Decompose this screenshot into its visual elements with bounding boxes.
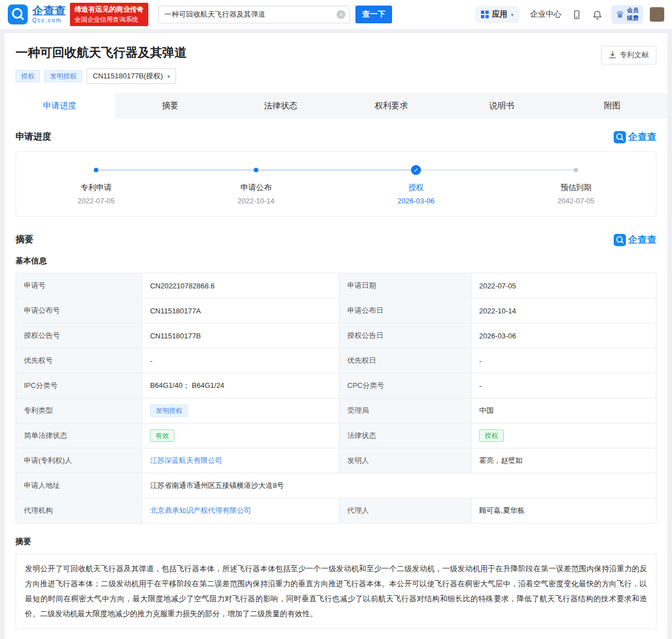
step-date: 2026-03-06 xyxy=(398,197,435,205)
cell-text: 2022-10-14 xyxy=(479,307,516,315)
step-date: 2022-10-14 xyxy=(238,197,275,205)
tab-abstract[interactable]: 摘要 xyxy=(115,93,225,118)
field-value: 江苏深蓝航天有限公司 xyxy=(142,448,339,473)
field-label: 代理机构 xyxy=(16,498,142,523)
patent-number-select[interactable]: CN115180177B(授权) ▾ xyxy=(87,68,176,84)
member-text: 会员 续费 xyxy=(627,7,639,22)
qcc-logo-icon xyxy=(614,234,626,246)
tab-legal-status[interactable]: 法律状态 xyxy=(225,93,336,118)
table-row: 简单法律状态有效法律状态授权 xyxy=(16,423,656,448)
timeline-step: 申请公布2022-10-14 xyxy=(176,165,336,205)
cell-text: 申请日期 xyxy=(347,281,376,289)
enterprise-center-link[interactable]: 企业中心 xyxy=(530,9,561,19)
table-row: 专利类型发明授权受理局中国 xyxy=(16,398,656,423)
chevron-down-icon: ▾ xyxy=(511,12,514,18)
entity-link[interactable]: 江苏深蓝航天有限公司 xyxy=(150,456,222,465)
cell-text: 优先权日 xyxy=(347,356,376,365)
basic-info-table: 申请号CN202210782868.6申请日期2022-07-05申请公布号CN… xyxy=(16,273,656,523)
table-row: 申请号CN202210782868.6申请日期2022-07-05 xyxy=(16,273,656,298)
table-row: IPC分类号B64G1/40； B64G1/24CPC分类号- xyxy=(16,373,656,398)
cell-text: CN202210782868.6 xyxy=(150,282,214,290)
field-label: 申请人地址 xyxy=(16,473,142,498)
tag-row: 授权 发明授权 CN115180177B(授权) ▾ xyxy=(16,68,656,84)
tab-drawings[interactable]: 附图 xyxy=(557,93,668,118)
top-header: 企查查 Qcc.com 缔造有远见的商业传奇 全国企业信用查询系统 × 查一下 … xyxy=(0,0,672,29)
field-label: 申请(专利权)人 xyxy=(16,448,142,473)
field-label: IPC分类号 xyxy=(16,373,142,398)
cell-text: 申请公布日 xyxy=(347,306,383,314)
brand-text: 企查查 Qcc.com xyxy=(32,5,66,24)
slogan-line1: 缔造有远见的商业传奇 xyxy=(74,5,144,15)
qcc-watermark-text: 企查查 xyxy=(628,233,656,246)
cell-text: IPC分类号 xyxy=(24,381,58,390)
user-avatar[interactable] xyxy=(650,7,664,22)
table-row: 申请人地址江苏省南通市通州区五接镇横港沙大道8号 xyxy=(16,473,656,498)
mobile-app-icon[interactable] xyxy=(571,9,582,20)
step-date: 2022-07-05 xyxy=(78,197,115,205)
cell-text: - xyxy=(150,357,152,365)
search-clear-icon[interactable]: × xyxy=(337,10,345,19)
field-value: 2022-10-14 xyxy=(471,298,656,323)
search-button[interactable]: 查一下 xyxy=(355,6,392,23)
status-tag: 授权 xyxy=(479,430,504,442)
patent-doc-button[interactable]: 专利文献 xyxy=(601,46,656,64)
field-label: 优先权号 xyxy=(16,348,142,373)
qcc-watermark-text: 企查查 xyxy=(628,131,656,143)
basic-info-title: 基本信息 xyxy=(16,256,656,266)
page-title: 一种可回收航天飞行器及其弹道 xyxy=(16,44,656,61)
summary-section-head: 摘要 企查查 xyxy=(16,233,656,246)
qcc-watermark-logo: 企查查 xyxy=(614,131,656,143)
field-value: 北京鼎承知识产权代理有限公司 xyxy=(142,498,339,523)
tab-claims[interactable]: 权利要求 xyxy=(336,93,447,118)
cell-text: 申请(专利权)人 xyxy=(24,456,72,465)
field-label: 授权公告日 xyxy=(339,323,472,348)
cell-text: 中国 xyxy=(479,406,494,415)
field-value: 2026-03-06 xyxy=(471,323,656,348)
section-title-progress: 申请进度 xyxy=(16,131,51,143)
field-value: CN115180177B xyxy=(142,323,339,348)
search-input[interactable] xyxy=(158,6,350,23)
field-value: - xyxy=(471,348,656,373)
field-value: 2022-07-05 xyxy=(471,273,656,298)
qcc-watermark-logo: 企查查 xyxy=(614,233,656,246)
cell-text: 授权公告日 xyxy=(347,331,383,340)
cell-text: 申请公布号 xyxy=(24,306,60,314)
field-label: 授权公告号 xyxy=(16,323,142,348)
cell-text: CPC分类号 xyxy=(347,381,384,390)
field-value: 授权 xyxy=(471,423,656,448)
title-section: 一种可回收航天飞行器及其弹道 授权 发明授权 CN115180177B(授权) … xyxy=(4,33,668,84)
member-renew-button[interactable]: ♛ 会员 续费 xyxy=(611,5,643,23)
progress-section-head: 申请进度 企查查 xyxy=(16,131,656,143)
qcc-logo-icon xyxy=(8,4,28,24)
timeline-step: ✓授权2026-03-06 xyxy=(336,165,496,205)
member-line1: 会员 xyxy=(627,7,639,14)
field-value: CN202210782868.6 xyxy=(142,273,339,298)
timeline: 专利申请2022-07-05申请公布2022-10-14✓授权2026-03-0… xyxy=(16,165,656,205)
qcc-logo-icon xyxy=(614,131,626,143)
field-label: 发明人 xyxy=(339,448,472,473)
entity-link[interactable]: 北京鼎承知识产权代理有限公司 xyxy=(150,506,251,515)
tab-application-progress[interactable]: 申请进度 xyxy=(4,93,115,118)
tab-description[interactable]: 说明书 xyxy=(447,93,557,118)
field-label: 申请日期 xyxy=(339,273,472,298)
field-value: 发明授权 xyxy=(142,398,339,423)
cell-text: 简单法律状态 xyxy=(24,431,67,440)
apps-menu[interactable]: 应用 ▾ xyxy=(475,6,519,23)
cell-text: 2022-07-05 xyxy=(479,282,516,290)
timeline-step: 预估到期2042-07-05 xyxy=(496,165,656,205)
notifications-bell-icon[interactable] xyxy=(592,9,603,20)
cell-text: CN115180177A xyxy=(150,307,201,315)
cell-text: 2026-03-06 xyxy=(479,332,516,340)
qcc-logo[interactable]: 企查查 Qcc.com xyxy=(8,4,66,24)
step-label: 预估到期 xyxy=(560,183,591,193)
slogan-banner: 缔造有远见的商业传奇 全国企业信用查询系统 xyxy=(70,3,148,26)
cell-text: 发明人 xyxy=(347,456,369,465)
apps-grid-icon xyxy=(481,11,489,18)
chevron-down-icon: ▾ xyxy=(167,73,170,79)
cell-text: 江苏省南通市通州区五接镇横港沙大道8号 xyxy=(150,481,284,490)
step-label: 授权 xyxy=(408,183,424,193)
field-label: 简单法律状态 xyxy=(16,423,142,448)
abstract-title: 摘要 xyxy=(16,537,656,547)
field-label: 优先权日 xyxy=(339,348,472,373)
cell-text: CN115180177B xyxy=(150,332,201,340)
